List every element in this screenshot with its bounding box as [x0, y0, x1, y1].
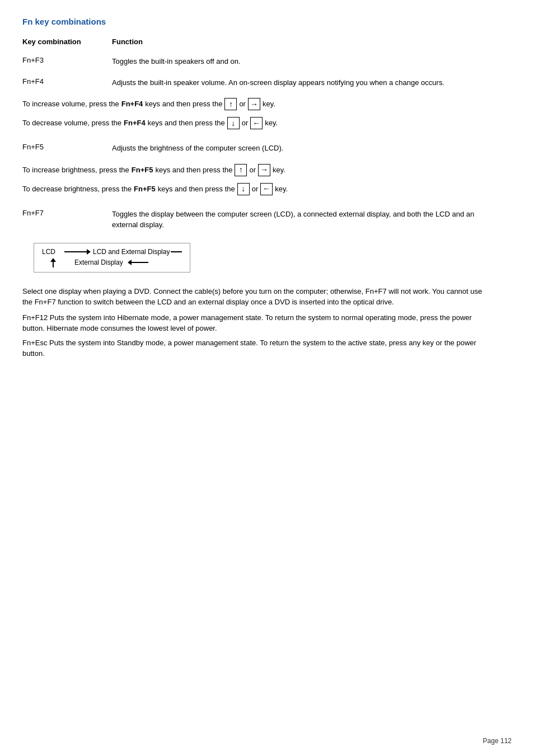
key-text-2: key. [265, 118, 278, 129]
decrease-brightness-text2: keys and then press the [158, 184, 235, 195]
fn-f5-bold-2: Fn+F5 [134, 184, 156, 195]
fn-f5-entry: Fn+F5 Adjusts the brightness of the comp… [22, 143, 493, 154]
fn-f4-bold-1: Fn+F4 [121, 98, 143, 110]
arrow-up-icon: ↑ [224, 98, 237, 110]
function-header: Function [112, 37, 143, 46]
fn-f3-entry: Fn+F3 Toggles the built-in speakers off … [22, 56, 493, 67]
key-text-4: key. [275, 184, 288, 195]
page-title: Fn key combinations [22, 17, 493, 26]
diagram-lcd-label: LCD [42, 248, 64, 256]
or-text-1: or [239, 98, 246, 110]
arrow-right-icon: → [248, 98, 260, 110]
key-text-3: key. [273, 165, 285, 176]
arrow-down-icon-1: ↓ [227, 117, 240, 129]
or-text-3: or [249, 165, 256, 176]
fn-f7-desc: Toggles the display between the computer… [112, 209, 493, 231]
increase-volume-text2: keys and then press the [145, 98, 222, 110]
fn-f5-bold-1: Fn+F5 [132, 165, 153, 176]
fn-f4-bold-2: Fn+F4 [124, 118, 146, 129]
diagram-lcd-external-label: LCD and External Display [93, 248, 170, 256]
fn-f3-desc: Toggles the built-in speakers off and on… [112, 56, 493, 67]
display-diagram: LCD LCD and External Display External Di… [34, 243, 190, 273]
fn-f5-desc: Adjusts the brightness of the computer s… [112, 143, 493, 154]
fn-f7-key: Fn+F7 [22, 209, 112, 217]
fn-f12-entry: Fn+F12 Puts the system into Hibernate mo… [22, 312, 493, 334]
arrow-right-icon-2: → [258, 164, 270, 176]
or-text-2: or [242, 118, 249, 129]
page-number: Page 112 [483, 737, 512, 745]
fn-f5-key: Fn+F5 [22, 143, 112, 151]
increase-brightness-line: To increase brightness, press the Fn+F5 … [22, 164, 493, 176]
table-header: Key combination Function [22, 37, 493, 46]
fn-f7-entry: Fn+F7 Toggles the display between the co… [22, 209, 493, 231]
fn-f4-entry: Fn+F4 Adjusts the built-in speaker volum… [22, 77, 493, 88]
key-combination-header: Key combination [22, 37, 112, 46]
decrease-volume-text1: To decrease volume, press the [22, 118, 121, 129]
fn-esc-entry: Fn+Esc Puts the system into Standby mode… [22, 337, 493, 359]
decrease-brightness-line: To decrease brightness, press the Fn+F5 … [22, 183, 493, 195]
increase-volume-line: To increase volume, press the Fn+F4 keys… [22, 98, 493, 110]
fn-f4-desc: Adjusts the built-in speaker volume. An … [112, 77, 493, 88]
increase-brightness-text2: keys and then press the [155, 165, 232, 176]
diagram-external-label: External Display [74, 259, 123, 266]
decrease-volume-text2: keys and then press the [148, 118, 225, 129]
arrow-up-icon-2: ↑ [235, 164, 247, 176]
increase-brightness-text1: To increase brightness, press the [22, 165, 129, 176]
decrease-volume-line: To decrease volume, press the Fn+F4 keys… [22, 117, 493, 129]
dvd-paragraph: Select one display when playing a DVD. C… [22, 286, 493, 308]
key-text-1: key. [263, 98, 275, 110]
arrow-left-icon-1: ← [250, 117, 263, 129]
fn-f4-key: Fn+F4 [22, 77, 112, 86]
arrow-left-icon-2: ← [260, 183, 273, 195]
fn-f3-key: Fn+F3 [22, 56, 112, 64]
arrow-down-icon-2: ↓ [237, 183, 250, 195]
or-text-4: or [252, 184, 259, 195]
decrease-brightness-text1: To decrease brightness, press the [22, 184, 132, 195]
increase-volume-text1: To increase volume, press the [22, 98, 119, 110]
